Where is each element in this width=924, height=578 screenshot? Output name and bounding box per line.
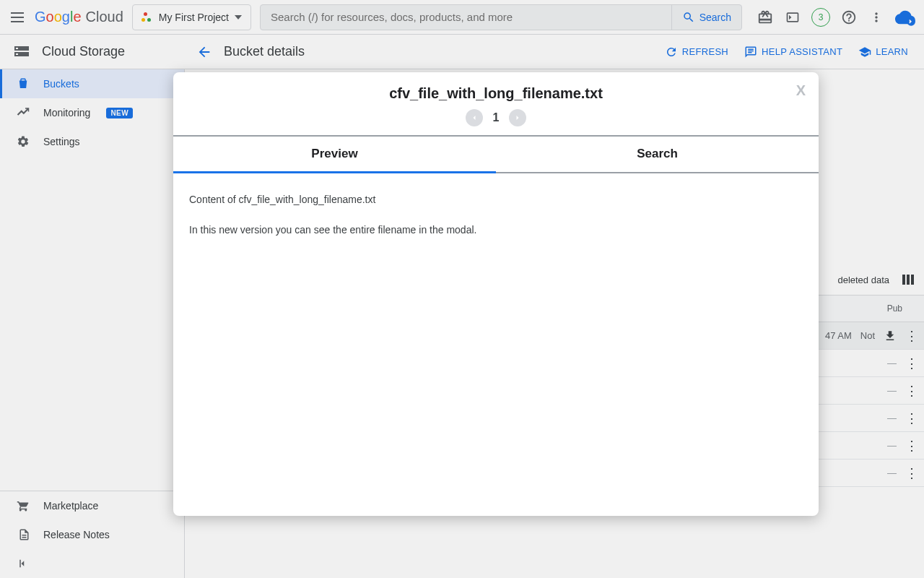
pager-next-icon[interactable]: [509, 109, 526, 126]
modal-title: cfv_file_with_long_filename.txt: [208, 85, 784, 102]
pager-prev-icon[interactable]: [466, 109, 483, 126]
pager: 1: [173, 105, 819, 135]
tab-search[interactable]: Search: [496, 137, 819, 172]
pager-page: 1: [493, 111, 500, 124]
file-preview-modal: cfv_file_with_long_filename.txt X 1 Prev…: [173, 72, 819, 516]
file-content: Content of cfv_file_with_long_filename.t…: [173, 173, 819, 516]
close-icon[interactable]: X: [796, 82, 806, 99]
tab-preview[interactable]: Preview: [173, 137, 496, 173]
